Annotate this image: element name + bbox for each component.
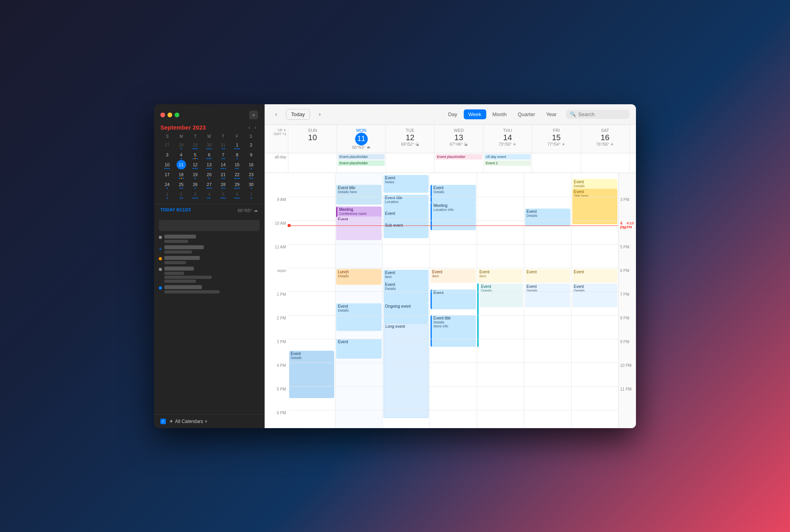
mini-cal-prev[interactable]: ‹ [247,124,252,131]
mini-cal-day[interactable]: 29 [190,140,200,150]
allday-event[interactable]: Event placeholder [435,154,482,160]
mini-cal-day[interactable]: 30 [204,140,214,150]
cal-event[interactable]: Event [525,269,570,283]
cal-event[interactable]: Long event [384,323,429,418]
day-header-wed[interactable]: WED 13 67°/46° 🌤 [434,125,483,153]
mini-cal-day[interactable]: 29 [232,180,242,189]
cal-event[interactable]: Event Title here [572,189,617,224]
mini-cal-day[interactable]: 27 [162,140,172,150]
allday-cell-sun[interactable] [288,153,337,173]
cal-event[interactable]: Event [336,339,381,359]
cal-event[interactable]: Event item [478,269,523,283]
mini-cal-day[interactable]: 25 [177,180,186,189]
cal-event[interactable]: Event Details [289,351,334,398]
mini-cal-day[interactable]: 2 [177,190,186,199]
mini-cal-day[interactable]: 19 [190,170,200,179]
next-week-button[interactable]: › [315,109,325,119]
mini-cal-day[interactable]: 31 [218,140,228,150]
day-view-tab[interactable]: Day [443,109,462,119]
sidebar-event-highlight[interactable] [159,220,260,231]
day-col-tue[interactable]: Event Notes Event title Location Event S… [383,173,430,428]
list-item[interactable] [159,255,260,265]
day-header-fri[interactable]: FRI 15 77°/54° ☀ [532,125,581,153]
day-col-wed[interactable]: Event Details Meeting Location info Even… [430,173,477,428]
cal-event[interactable]: Event [336,216,381,240]
cal-event[interactable]: Event item [431,269,476,283]
mini-cal-day[interactable]: 27 [204,180,214,189]
cal-event[interactable]: Event title Details More info [431,315,476,347]
mini-cal-next[interactable]: › [253,124,258,131]
all-calendars-label[interactable]: ☀ All Calendars ∨ [169,419,207,424]
allday-event[interactable]: Event placeholder [338,160,384,166]
mini-cal-day[interactable]: 28 [177,140,186,150]
day-header-thu[interactable]: THU 14 73°/50° ☀ [483,125,532,153]
cal-event[interactable]: Lunch Details [336,269,381,285]
search-box[interactable]: 🔍 [566,110,630,119]
list-item[interactable] [159,284,260,295]
mini-cal-day[interactable]: 13 [204,160,214,169]
cal-event[interactable]: Event Details [336,303,381,331]
mini-cal-day[interactable]: 5 [218,190,228,199]
mini-cal-day[interactable]: 4 [177,150,186,160]
mini-cal-day[interactable]: 6 [204,150,214,160]
cal-event[interactable]: Event Notes [384,175,429,193]
cal-event[interactable]: Event Details [431,185,476,203]
day-header-mon[interactable]: MON 11 66°/55° 🌧 [337,125,386,153]
mini-cal-day[interactable]: 30 [246,180,256,189]
cal-event[interactable]: Sub event [384,222,429,238]
day-header-sun[interactable]: SUN 10 [288,125,337,153]
list-item[interactable] [159,265,260,284]
all-calendars-checkbox[interactable]: ✓ [160,419,166,424]
day-header-sat[interactable]: SAT 16 76°/56° ☀ [581,125,630,153]
day-col-sun[interactable]: Event Details [288,173,335,428]
mini-cal-day[interactable]: 22 [232,170,242,179]
fullscreen-button[interactable] [175,113,179,117]
week-view-tab[interactable]: Week [464,109,486,119]
allday-event[interactable]: Event placeholder [338,154,384,160]
year-view-tab[interactable]: Year [542,109,561,119]
mini-cal-day[interactable]: 14 [218,160,228,169]
month-view-tab[interactable]: Month [488,109,512,119]
day-col-thu[interactable]: Event item Event Details [477,173,524,428]
allday-cell-mon[interactable]: Event placeholder Event placeholder [337,153,386,173]
quarter-view-tab[interactable]: Quarter [513,109,540,119]
allday-cell-sat[interactable] [581,153,630,173]
cal-event[interactable]: Event [431,289,476,309]
mini-cal-day[interactable]: 3 [190,190,200,199]
cal-event[interactable]: Event Details [525,284,570,307]
cal-event[interactable]: Ongoing event [384,303,429,323]
day-col-sat[interactable]: Event Details Event Title here Event Eve… [572,173,618,428]
mini-cal-day[interactable]: 26 [190,180,200,189]
mini-cal-day[interactable]: 9 [246,150,256,160]
time-grid[interactable]: 9 AM 10 AM 11 AM noon 1 PM 2 PM 3 PM 4 P… [265,173,636,428]
mini-cal-day[interactable]: 8 [232,150,242,160]
mini-cal-day[interactable]: 10 [162,160,172,169]
mini-cal-day[interactable]: 7 [218,150,228,160]
allday-event[interactable]: All day event [484,154,531,160]
day-col-fri[interactable]: Event Details Event Event Details [524,173,571,428]
minimize-button[interactable] [167,113,172,117]
search-input[interactable] [578,111,626,117]
prev-week-button[interactable]: ‹ [271,109,281,119]
mini-cal-day[interactable]: 4 [204,190,214,199]
mini-cal-day[interactable]: 3 [162,150,172,160]
close-button[interactable] [160,113,165,117]
mini-cal-day[interactable]: 6 [232,190,242,199]
allday-cell-wed[interactable]: Event placeholder [434,153,483,173]
mini-cal-day[interactable]: 16 [246,160,256,169]
cal-event[interactable]: Event Details [525,209,570,226]
day-header-tue[interactable]: TUE 12 69°/52° 🌤 [386,125,434,153]
cal-event[interactable]: Event Details [384,282,429,303]
mini-cal-day[interactable]: 17 [162,170,172,179]
cal-event[interactable]: Event [572,269,617,283]
mini-cal-day[interactable]: 20 [204,170,214,179]
cal-event[interactable]: Event title Details here [336,185,381,205]
cal-event[interactable]: Event Details [480,284,523,307]
allday-event[interactable]: Event 2 [484,160,531,166]
day-col-mon[interactable]: Event title Details here Meeting Confere… [335,173,382,428]
list-item[interactable] [159,233,260,244]
mini-cal-day[interactable]: 24 [162,180,172,189]
add-event-button[interactable]: + [249,111,258,119]
allday-cell-fri[interactable] [532,153,581,173]
mini-cal-day[interactable]: 2 [246,140,256,150]
